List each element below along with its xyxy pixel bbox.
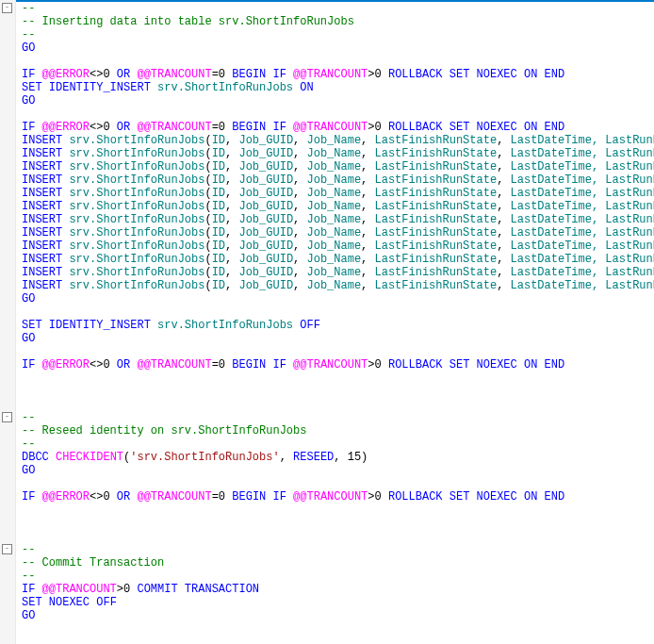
comment-dash: -- <box>22 543 35 556</box>
col-ldt: LastDateTime <box>511 226 592 239</box>
gv-trancount: @@TRANCOUNT <box>42 583 117 596</box>
fold-toggle-icon[interactable]: - <box>2 544 12 554</box>
kw-insert: INSERT <box>22 253 62 266</box>
table-name: srv.ShortInfoRunJobs <box>69 187 204 200</box>
col-id: ID <box>212 187 225 200</box>
gv-error: @@ERROR <box>42 358 90 372</box>
col-lfrs: LastFinishRunState <box>375 239 498 253</box>
col-id: ID <box>212 134 225 147</box>
table-name: srv.ShortInfoRunJobs <box>157 319 293 332</box>
gv-trancount: @@TRANCOUNT <box>137 358 211 372</box>
col-job-name: Job_Name <box>306 173 361 187</box>
col-lfrs: LastFinishRunState <box>375 134 498 147</box>
kw-noexec: NOEXEC <box>477 490 517 504</box>
col-job-name: Job_Name <box>306 200 361 213</box>
col-ldt: LastDateTime <box>511 266 592 279</box>
table-name: srv.ShortInfoRunJobs <box>69 279 204 292</box>
col-job-name: Job_Name <box>306 266 361 279</box>
col-id: ID <box>212 213 225 226</box>
table-name: srv.ShortInfoRunJobs <box>157 81 293 94</box>
op-eq0: =0 <box>212 358 225 372</box>
col-job-name: Job_Name <box>306 147 361 160</box>
kw-rollback: ROLLBACK <box>388 121 443 134</box>
comment-commit-header: -- Commit Transaction <box>22 556 164 570</box>
code-area[interactable]: ---- Inserting data into table srv.Short… <box>16 0 654 644</box>
kw-on: ON <box>524 490 537 504</box>
kw-identity-insert: IDENTITY_INSERT <box>49 319 151 332</box>
col-job-guid: Job_GUID <box>238 226 293 239</box>
kw-or: OR <box>117 121 130 134</box>
op-ne0: <>0 <box>90 490 110 504</box>
kw-on: ON <box>524 68 537 81</box>
col-cut: , LastRunD <box>592 147 654 160</box>
col-job-guid: Job_GUID <box>238 266 293 279</box>
col-job-name: Job_Name <box>306 239 361 253</box>
paren-open: ( <box>204 173 211 187</box>
col-cut: , LastRunD <box>592 213 654 226</box>
col-ldt: LastDateTime <box>511 147 592 160</box>
col-id: ID <box>212 239 225 253</box>
col-ldt: LastDateTime <box>511 160 592 173</box>
col-cut: , LastRunD <box>592 253 654 266</box>
table-name: srv.ShortInfoRunJobs <box>69 266 204 279</box>
kw-noexec: NOEXEC <box>477 121 517 134</box>
col-job-name: Job_Name <box>306 279 361 292</box>
col-lfrs: LastFinishRunState <box>375 200 498 213</box>
col-id: ID <box>212 253 225 266</box>
kw-noexec: NOEXEC <box>49 596 90 609</box>
table-name: srv.ShortInfoRunJobs <box>69 147 204 160</box>
col-lfrs: LastFinishRunState <box>375 173 498 187</box>
col-cut: , LastRunD <box>592 187 654 200</box>
kw-go: GO <box>22 464 35 477</box>
kw-identity-insert: IDENTITY_INSERT <box>49 81 151 94</box>
comment-dash: -- <box>22 438 35 451</box>
col-id: ID <box>212 173 225 187</box>
col-job-name: Job_Name <box>306 134 361 147</box>
kw-on: ON <box>524 358 537 372</box>
kw-if: IF <box>22 583 35 596</box>
col-job-guid: Job_GUID <box>238 253 293 266</box>
kw-on: ON <box>300 81 313 94</box>
col-id: ID <box>212 160 225 173</box>
comment-insert-header: -- Inserting data into table srv.ShortIn… <box>22 15 354 28</box>
col-lfrs: LastFinishRunState <box>375 213 498 226</box>
op-gt0: >0 <box>368 121 381 134</box>
kw-if: IF <box>273 121 286 134</box>
col-job-guid: Job_GUID <box>238 134 293 147</box>
gv-trancount: @@TRANCOUNT <box>293 121 368 134</box>
paren-open: ( <box>204 200 211 213</box>
paren-open: ( <box>204 226 211 239</box>
kw-on: ON <box>524 121 537 134</box>
table-name: srv.ShortInfoRunJobs <box>69 213 204 226</box>
paren-open: ( <box>204 266 211 279</box>
kw-set: SET <box>22 596 42 609</box>
kw-insert: INSERT <box>22 266 62 279</box>
fold-toggle-icon[interactable]: - <box>2 3 12 13</box>
col-job-guid: Job_GUID <box>238 200 293 213</box>
op-gt0: >0 <box>368 490 381 504</box>
kw-go: GO <box>22 94 35 107</box>
col-cut: , LastRunD <box>592 239 654 253</box>
kw-reseed: RESEED <box>293 451 334 464</box>
kw-end: END <box>545 121 565 134</box>
op-gt0: >0 <box>368 68 381 81</box>
kw-set: SET <box>450 358 470 372</box>
paren-open: ( <box>204 187 211 200</box>
col-job-guid: Job_GUID <box>238 187 293 200</box>
kw-begin: BEGIN <box>232 358 266 372</box>
col-job-guid: Job_GUID <box>238 173 293 187</box>
kw-insert: INSERT <box>22 173 62 187</box>
fold-toggle-icon[interactable]: - <box>2 412 12 422</box>
col-cut: , LastRunD <box>592 266 654 279</box>
col-job-name: Job_Name <box>306 253 361 266</box>
op-eq0: =0 <box>212 121 225 134</box>
kw-insert: INSERT <box>22 279 62 292</box>
kw-insert: INSERT <box>22 134 62 147</box>
kw-noexec: NOEXEC <box>477 358 517 372</box>
kw-go: GO <box>22 609 35 622</box>
col-lfrs: LastFinishRunState <box>375 147 498 160</box>
col-lfrs: LastFinishRunState <box>375 226 498 239</box>
col-cut: , LastRunD <box>592 134 654 147</box>
kw-set: SET <box>450 121 470 134</box>
kw-or: OR <box>117 68 130 81</box>
